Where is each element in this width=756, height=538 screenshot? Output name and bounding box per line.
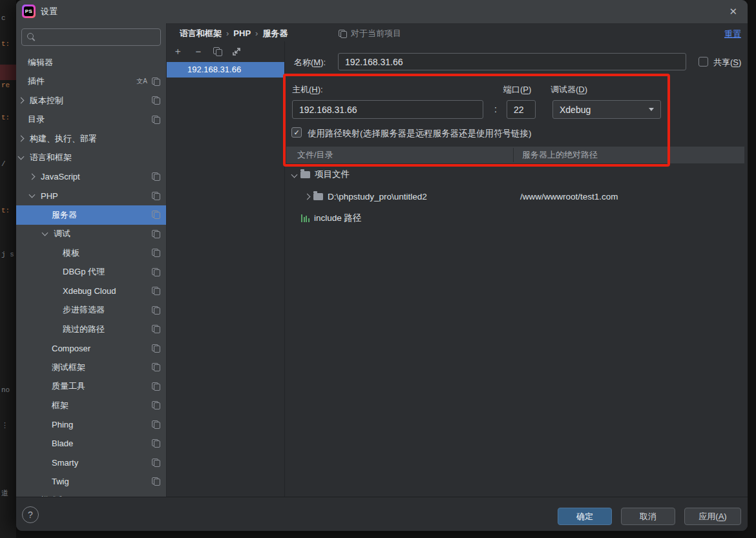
copy-icon bbox=[152, 420, 160, 429]
chevron-right-icon[interactable] bbox=[18, 98, 25, 104]
port-label: 端口(P) bbox=[503, 84, 531, 96]
sidebar-item[interactable]: 质量工具 bbox=[16, 377, 166, 397]
folder-icon bbox=[300, 171, 310, 178]
copy-icon bbox=[152, 78, 160, 86]
sidebar-item[interactable]: 插件 bbox=[16, 72, 166, 92]
chevron-down-icon[interactable] bbox=[29, 192, 36, 198]
sidebar-item-label: Xdebug Cloud bbox=[63, 286, 116, 296]
add-server-button[interactable]: ＋ bbox=[172, 45, 184, 57]
host-port-colon: : bbox=[494, 104, 497, 114]
sidebar-item[interactable]: 服务器 bbox=[16, 205, 166, 225]
copy-icon bbox=[152, 459, 160, 467]
background-text-fragment: no bbox=[1, 386, 10, 394]
port-input[interactable]: 22 bbox=[507, 100, 536, 119]
breadcrumb-item[interactable]: 服务器 bbox=[262, 28, 288, 38]
breadcrumb-separator: › bbox=[222, 28, 233, 38]
sidebar-item[interactable]: 跳过的路径 bbox=[16, 320, 166, 339]
sidebar-item[interactable]: 模式和DTD bbox=[16, 491, 166, 497]
breadcrumb-item[interactable]: 语言和框架 bbox=[180, 28, 222, 38]
apply-button[interactable]: 应用(A) bbox=[684, 508, 741, 525]
mapping-row[interactable]: 项目文件 bbox=[286, 163, 744, 185]
sidebar-item-label: 目录 bbox=[28, 114, 45, 125]
mapping-row[interactable]: include 路径 bbox=[286, 207, 744, 229]
name-value: 192.168.31.66 bbox=[345, 57, 403, 67]
mapping-server-path[interactable]: /www/wwwroot/test1.com bbox=[520, 192, 618, 202]
ok-button[interactable]: 确定 bbox=[558, 508, 612, 525]
sidebar-item[interactable]: 步进筛选器 bbox=[16, 301, 166, 320]
copy-icon bbox=[339, 30, 347, 38]
panel-divider[interactable] bbox=[284, 41, 285, 497]
copy-icon bbox=[152, 116, 160, 124]
import-from-deployment-button[interactable] bbox=[231, 47, 242, 57]
column-server-path[interactable]: 服务器上的绝对路径 bbox=[522, 147, 598, 163]
name-input[interactable]: 192.168.31.66 bbox=[338, 53, 686, 70]
sidebar-item[interactable]: Twig bbox=[16, 472, 166, 491]
phpstorm-logo-icon bbox=[22, 5, 36, 18]
settings-tree: 编辑器插件版本控制目录构建、执行、部署语言和框架JavaScriptPHP服务器… bbox=[16, 53, 166, 497]
sidebar-item[interactable]: PHP bbox=[16, 187, 166, 206]
close-icon[interactable]: ✕ bbox=[729, 0, 737, 23]
background-text-fragment: c bbox=[1, 14, 6, 22]
sidebar-item[interactable]: DBGp 代理 bbox=[16, 263, 166, 282]
cancel-button[interactable]: 取消 bbox=[621, 508, 675, 525]
host-input[interactable]: 192.168.31.66 bbox=[292, 100, 483, 119]
include-icon bbox=[301, 214, 310, 222]
sidebar-item-label: 测试框架 bbox=[52, 362, 85, 373]
sidebar-item[interactable]: 框架 bbox=[16, 396, 166, 415]
mapping-table-header: 文件/目录 服务器上的绝对路径 bbox=[286, 147, 744, 163]
sidebar-item[interactable]: Xdebug Cloud bbox=[16, 282, 166, 301]
background-text-fragment: t: bbox=[1, 40, 10, 48]
use-path-mappings-label: 使用路径映射(选择服务器是远程服务器还是使用符号链接) bbox=[308, 128, 532, 140]
mapping-row[interactable]: D:\phpstudy_pro\untitled2/www/wwwroot/te… bbox=[286, 185, 744, 207]
sidebar-item[interactable]: 版本控制 bbox=[16, 91, 166, 110]
sidebar-item[interactable]: 编辑器 bbox=[16, 53, 166, 72]
copy-icon bbox=[152, 172, 160, 181]
sidebar-item[interactable]: 语言和框架 bbox=[16, 149, 166, 168]
column-file-directory[interactable]: 文件/目录 bbox=[297, 147, 333, 163]
sidebar-item[interactable]: 模板 bbox=[16, 243, 166, 263]
title-bar: 设置 ✕ bbox=[16, 0, 748, 23]
sidebar-item[interactable]: Blade bbox=[16, 434, 166, 453]
debugger-select[interactable]: Xdebug bbox=[552, 100, 661, 119]
chevron-down-icon[interactable] bbox=[291, 171, 298, 178]
settings-content: 语言和框架›PHP›服务器 对于当前项目 重置 ＋ − 192.168.31.6 bbox=[167, 23, 748, 497]
breadcrumb-item[interactable]: PHP bbox=[233, 28, 251, 38]
sidebar-item-label: 插件 bbox=[28, 76, 45, 87]
search-input[interactable] bbox=[21, 28, 161, 46]
copy-icon bbox=[152, 287, 160, 295]
folder-icon bbox=[313, 193, 323, 200]
sidebar-item[interactable]: JavaScript bbox=[16, 167, 166, 187]
background-artifact bbox=[0, 65, 16, 80]
sidebar-item[interactable]: 调试 bbox=[16, 225, 166, 244]
chevron-down-icon[interactable] bbox=[18, 154, 25, 160]
sidebar-item[interactable]: 目录 bbox=[16, 110, 166, 130]
screen: ct:ret:/t:j sno⋮道 设置 ✕ 编辑器插件版本控制目录构建、执行、… bbox=[0, 0, 756, 538]
copy-icon bbox=[152, 211, 160, 219]
background-text-fragment: 道 bbox=[1, 488, 8, 498]
copy-server-button[interactable] bbox=[213, 47, 222, 56]
background-editor-strip bbox=[0, 0, 16, 538]
sidebar-item-label: 质量工具 bbox=[52, 380, 85, 392]
debugger-value: Xdebug bbox=[560, 105, 591, 115]
help-button[interactable]: ? bbox=[22, 506, 39, 523]
use-path-mappings-checkbox[interactable]: ✓ bbox=[291, 127, 302, 138]
sidebar-item-label: Phing bbox=[52, 420, 73, 429]
column-divider[interactable] bbox=[513, 148, 514, 162]
reset-link[interactable]: 重置 bbox=[724, 28, 741, 40]
chevron-right-icon[interactable] bbox=[304, 193, 311, 200]
sidebar-item[interactable]: Composer bbox=[16, 339, 166, 358]
server-list-item[interactable]: 192.168.31.66 bbox=[167, 62, 284, 78]
shared-checkbox[interactable] bbox=[698, 57, 708, 67]
chevron-right-icon[interactable] bbox=[18, 136, 25, 142]
sidebar-item-label: 构建、执行、部署 bbox=[30, 133, 97, 145]
background-text-fragment: t: bbox=[1, 114, 10, 121]
chevron-right-icon[interactable] bbox=[29, 174, 36, 180]
sidebar-item[interactable]: 构建、执行、部署 bbox=[16, 129, 166, 149]
sidebar-item-label: 步进筛选器 bbox=[63, 304, 105, 316]
sidebar-item[interactable]: Phing bbox=[16, 415, 166, 435]
dialog-footer: ? 确定 取消 应用(A) bbox=[16, 497, 748, 531]
chevron-down-icon[interactable] bbox=[42, 230, 48, 236]
sidebar-item[interactable]: 测试框架 bbox=[16, 358, 166, 377]
sidebar-item[interactable]: Smarty bbox=[16, 453, 166, 473]
remove-server-button[interactable]: − bbox=[193, 46, 204, 57]
